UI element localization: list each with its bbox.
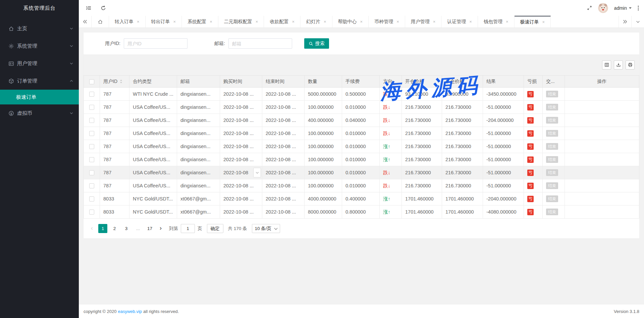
page-size-select[interactable]: 10 条/页 <box>252 224 280 233</box>
tab[interactable]: 二元期权配置× <box>218 16 264 28</box>
row-checkbox[interactable] <box>89 196 94 201</box>
tab[interactable]: 用户管理× <box>405 16 442 28</box>
close-icon[interactable]: × <box>324 19 326 24</box>
column-label: 数量 <box>308 79 317 84</box>
cell-open-price: 216.730000 <box>402 140 442 153</box>
sidebar-item[interactable]: 用户管理 <box>0 55 79 72</box>
sidebar-item[interactable]: 虚拟币 <box>0 104 79 122</box>
tab[interactable]: 钱包管理× <box>478 16 515 28</box>
column-label: 亏损 <box>527 79 537 84</box>
sidebar-item-label: 主页 <box>17 26 69 32</box>
row-checkbox[interactable] <box>89 183 94 188</box>
close-icon[interactable]: × <box>542 19 545 25</box>
direction-up-label: 涨↑ <box>383 157 390 162</box>
cell-result: -51.000000 <box>483 179 524 192</box>
close-icon[interactable]: × <box>433 19 436 24</box>
chevron-down-icon <box>69 44 73 48</box>
user-menu[interactable]: admin <box>614 5 632 11</box>
user-id-input[interactable] <box>124 38 187 49</box>
close-icon[interactable]: × <box>256 19 258 24</box>
columns-toggle-icon[interactable] <box>602 60 611 70</box>
row-checkbox[interactable] <box>89 170 94 175</box>
confirm-page-button[interactable]: 确定 <box>207 224 223 233</box>
sort-control[interactable]: 用户ID <box>103 79 122 85</box>
cell-result: -51.000000 <box>483 166 524 179</box>
col-direction: 方向 <box>380 76 402 88</box>
tab[interactable]: 极速订单× <box>515 16 551 28</box>
fullscreen-icon[interactable] <box>587 5 592 10</box>
close-icon[interactable]: × <box>137 19 140 24</box>
page-button[interactable]: 1 <box>98 224 107 233</box>
direction-down-label: 跌↓ <box>383 104 390 110</box>
row-checkbox[interactable] <box>89 210 94 215</box>
cell-direction: 跌↓ <box>380 114 402 127</box>
footer-link[interactable]: easyweb.vip <box>118 309 142 314</box>
close-icon[interactable]: × <box>210 19 212 24</box>
col-contract-type: 合约类型 <box>129 76 177 88</box>
row-checkbox[interactable] <box>89 157 94 162</box>
page-button[interactable]: 2 <box>110 224 119 233</box>
select-all-checkbox[interactable] <box>89 79 94 84</box>
close-icon[interactable]: × <box>469 19 472 24</box>
close-icon[interactable]: × <box>506 19 508 24</box>
next-page-button[interactable]: › <box>157 224 164 233</box>
email-input[interactable] <box>228 38 292 49</box>
row-checkbox[interactable] <box>89 92 94 97</box>
tab[interactable]: 帮助中心× <box>332 16 369 28</box>
more-menu-icon[interactable] <box>638 5 639 11</box>
search-button[interactable]: 搜索 <box>304 38 329 49</box>
page-button[interactable]: 3 <box>122 224 131 233</box>
time-dropdown-button[interactable] <box>253 168 261 178</box>
scroll-tabs-left-button[interactable] <box>79 16 92 28</box>
sidebar-subitem[interactable]: 极速订单 <box>0 90 79 104</box>
tab[interactable]: 认证管理× <box>441 16 478 28</box>
close-icon[interactable]: × <box>292 19 294 24</box>
cell-close-price: 216.730000 <box>442 153 483 166</box>
column-label: 购买时间 <box>223 79 242 84</box>
row-checkbox[interactable] <box>89 105 94 110</box>
tab[interactable]: 转入订单× <box>109 16 146 28</box>
tab[interactable]: 系统配置× <box>182 16 218 28</box>
cell-select <box>84 114 100 127</box>
sidebar-item[interactable]: 主页 <box>0 20 79 37</box>
copyright-prefix: copyright © 2020 <box>84 309 116 314</box>
scroll-tabs-right-button[interactable] <box>619 16 631 28</box>
close-icon[interactable]: × <box>173 19 176 24</box>
sidebar-item[interactable]: 订单管理 <box>0 72 79 90</box>
cell-status: 结束 <box>543 192 565 206</box>
row-checkbox[interactable] <box>89 118 94 123</box>
tab-actions-menu-button[interactable] <box>631 16 644 28</box>
row-checkbox[interactable] <box>89 144 94 149</box>
refresh-icon[interactable] <box>101 5 106 11</box>
prev-page-button[interactable]: ‹ <box>88 224 96 233</box>
cell-open-price: 1701.460000 <box>402 192 442 206</box>
close-icon[interactable]: × <box>360 19 363 24</box>
sort-icon[interactable] <box>120 79 122 84</box>
table-row: 787USA Coffee/US...dingxiansen...2022-10… <box>84 127 639 140</box>
tab[interactable]: 转出订单× <box>146 16 182 28</box>
page-button[interactable]: 17 <box>145 224 154 233</box>
tab[interactable]: 币种管理× <box>369 16 405 28</box>
export-icon[interactable] <box>614 60 623 70</box>
page-number-input[interactable] <box>181 224 195 233</box>
avatar[interactable] <box>598 3 608 13</box>
print-icon[interactable] <box>626 60 635 70</box>
toggle-sidebar-icon[interactable] <box>86 5 92 11</box>
tab-home[interactable] <box>92 16 109 28</box>
search-form: 用户ID: 邮箱: 搜索 <box>84 33 639 54</box>
tab[interactable]: 幻灯片× <box>301 16 332 28</box>
top-bar-left <box>86 5 106 11</box>
row-checkbox[interactable] <box>89 131 94 136</box>
sidebar-item[interactable]: 系统管理 <box>0 37 79 55</box>
chevron-down-icon <box>629 7 632 10</box>
cell-buy-time: 2022-10-08 ... <box>220 179 262 192</box>
tab[interactable]: 收款配置× <box>264 16 301 28</box>
cell-select <box>84 140 100 153</box>
sidebar-menu: 主页系统管理用户管理订单管理极速订单虚拟币 <box>0 16 79 122</box>
orders-table: 用户ID合约类型邮箱购买时间结束时间数量手续费方向开仓价格平仓价格结果亏损交..… <box>84 75 639 219</box>
close-icon[interactable]: × <box>396 19 399 24</box>
orders-icon <box>8 78 14 84</box>
col-close-price: 平仓价格 <box>442 76 483 88</box>
cell-close-price: 216.730000 <box>442 140 483 153</box>
cell-loss: 亏 <box>524 101 543 114</box>
